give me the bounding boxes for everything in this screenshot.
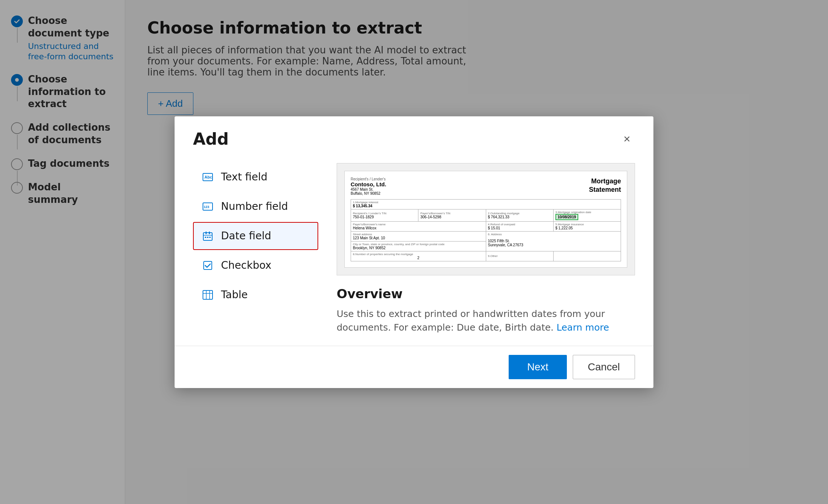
mortgage-document: Recipient's / Lender's Contoso, Ltd. 456…: [344, 171, 627, 268]
table-icon: [201, 288, 214, 302]
modal-overlay: Add × Abc Text field: [0, 0, 828, 504]
field-option-checkbox[interactable]: Checkbox: [193, 251, 318, 279]
field-option-date[interactable]: Date field: [193, 222, 318, 250]
close-button[interactable]: ×: [619, 131, 635, 147]
svg-text:Abc: Abc: [204, 175, 212, 179]
date-field-icon: [201, 229, 214, 243]
svg-rect-13: [203, 290, 213, 299]
tin-value: 750-01-1829: [353, 215, 416, 219]
borrower-name: Helena Wilcox: [353, 226, 484, 230]
overview-title: Overview: [337, 286, 635, 301]
company-addr2: Buffalo, NY 90852: [351, 191, 386, 195]
svg-rect-6: [206, 232, 207, 234]
borrower-name-label: Payer's/Borrower's name: [353, 223, 484, 226]
tin-label: Recipient's / Lender's TIN: [353, 212, 416, 215]
company-addr1: 4567 Main St.: [351, 187, 386, 191]
mortgage-title: Mortgage Statement: [589, 177, 621, 195]
cancel-button[interactable]: Cancel: [573, 355, 635, 379]
outstanding-label: 2.Outstanding mortgage: [488, 212, 551, 215]
address6-value1: 1025 Fifth St.: [488, 239, 619, 243]
overview-section: Overview Use this to extract printed or …: [337, 286, 635, 335]
company-name: Contoso, Ltd.: [351, 181, 386, 187]
outstanding-value: $ 764,321.33: [488, 215, 551, 219]
svg-rect-9: [205, 237, 206, 238]
properties-label: 8.Number of properties securing the mort…: [353, 253, 484, 256]
other-label: 9.Other: [488, 254, 551, 258]
checkbox-icon: [201, 259, 214, 272]
date-field-label: Date field: [221, 230, 271, 242]
city-value: Brooklyn, NY 90852: [353, 246, 484, 250]
insurance-label: 5.Mortgage insurance: [555, 223, 619, 226]
origination-value: 10/08/2019: [555, 214, 578, 220]
dialog-header: Add ×: [175, 116, 653, 156]
overview-description: Use this to extract printed or handwritt…: [337, 307, 635, 335]
dialog-footer: Next Cancel: [175, 346, 653, 388]
text-field-icon: Abc: [201, 170, 214, 184]
address6-value2: Sunnyvale, CA 27673: [488, 243, 619, 247]
address6-label: 6. Address: [488, 233, 619, 236]
refund-label: 4.Refund of overpaid: [488, 223, 551, 226]
add-dialog: Add × Abc Text field: [175, 116, 653, 388]
svg-text:123: 123: [204, 205, 209, 209]
checkbox-label: Checkbox: [221, 259, 271, 271]
field-option-table[interactable]: Table: [193, 281, 318, 309]
svg-rect-5: [203, 233, 212, 240]
properties-value: 2: [353, 256, 484, 260]
dialog-title: Add: [193, 130, 229, 148]
field-options-list: Abc Text field 123 Number field: [193, 163, 318, 335]
refund-value: $ 15.01: [488, 226, 551, 230]
svg-rect-10: [207, 237, 208, 238]
field-option-text[interactable]: Abc Text field: [193, 163, 318, 191]
field-option-number[interactable]: 123 Number field: [193, 193, 318, 221]
number-field-icon: 123: [201, 200, 214, 213]
learn-more-link[interactable]: Learn more: [557, 322, 609, 333]
recipient-label: Recipient's / Lender's: [351, 177, 386, 181]
mortgage-interest-label: 1.Mortgage interest: [353, 201, 619, 204]
borrower-tin-label: Payer's/Borrower's TIN: [420, 212, 484, 215]
svg-rect-11: [209, 237, 211, 238]
document-preview: Recipient's / Lender's Contoso, Ltd. 456…: [337, 163, 635, 275]
table-label: Table: [221, 289, 248, 301]
dialog-body: Abc Text field 123 Number field: [175, 156, 653, 346]
borrower-tin-value: 306-14-5298: [420, 215, 484, 219]
insurance-value: $ 1,222.05: [555, 226, 619, 230]
number-field-label: Number field: [221, 200, 288, 212]
next-button[interactable]: Next: [509, 355, 567, 379]
field-preview-panel: Recipient's / Lender's Contoso, Ltd. 456…: [337, 163, 635, 335]
svg-rect-7: [209, 232, 210, 234]
mortgage-interest-value: $ 13,345.34: [353, 204, 619, 208]
city-label: City or Town, state or province, country…: [353, 243, 484, 246]
text-field-label: Text field: [221, 171, 267, 183]
street-label: Street address: [353, 233, 484, 236]
street-value: 123 Main St Apt. 10: [353, 236, 484, 240]
origination-label: 3.Mortgage origination date: [555, 211, 619, 214]
